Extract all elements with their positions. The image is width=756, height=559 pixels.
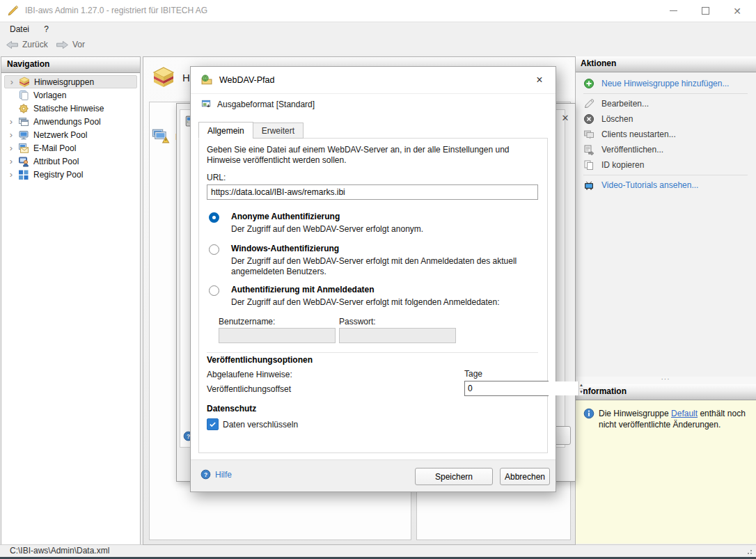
info-icon xyxy=(583,408,594,419)
nav-item-email-pool[interactable]: › E-Mail Pool xyxy=(4,141,137,155)
help-label: Hilfe xyxy=(215,470,232,480)
edit-icon xyxy=(583,98,594,109)
action-label: Clients neustarten... xyxy=(601,129,676,139)
email-pool-icon xyxy=(18,143,29,154)
panel-splitter[interactable]: ··· xyxy=(575,377,756,384)
static-notices-icon xyxy=(18,103,29,114)
minimize-button[interactable] xyxy=(657,0,689,22)
status-bar: C:\IBI-aws\Admin\Data.xml xyxy=(0,544,756,557)
action-veroeffentlichen[interactable]: Veröffentlichen... xyxy=(575,142,756,157)
forward-label: Vor xyxy=(72,40,85,49)
tab-content-panel: Geben Sie eine Datei auf einem WebDAV-Se… xyxy=(198,138,548,453)
auth-option-windows: Windows-Authentifizierung Der Zugriff au… xyxy=(207,244,542,277)
nav-toolbar: Zurück Vor xyxy=(0,37,756,56)
nav-item-netzwerk-pool[interactable]: › Netzwerk Pool xyxy=(4,128,137,141)
action-loeschen[interactable]: Löschen xyxy=(575,111,756,127)
nav-item-label: Attribut Pool xyxy=(32,157,79,166)
navigation-panel: Navigation › Hinweisgruppen Vorlagen Sta… xyxy=(1,56,141,545)
notice-groups-icon xyxy=(19,77,30,88)
notice-groups-icon xyxy=(152,66,175,88)
help-link[interactable]: ? Hilfe xyxy=(200,469,232,480)
auth-option-credentials: Authentifizierung mit Anmeldedaten Der Z… xyxy=(207,285,542,308)
tab-erweitert[interactable]: Erweitert xyxy=(253,123,304,139)
action-bearbeiten[interactable]: Bearbeiten... xyxy=(575,96,756,111)
dialog-intro-text: Geben Sie eine Datei auf einem WebDAV-Se… xyxy=(207,145,540,166)
information-header: Information xyxy=(575,384,756,400)
chevron-right-icon[interactable]: › xyxy=(7,118,15,126)
spin-up-icon[interactable]: ▲ xyxy=(579,381,583,389)
spin-down-icon[interactable]: ▼ xyxy=(579,389,583,396)
tab-allgemein[interactable]: Allgemein xyxy=(198,122,253,139)
add-notice-group-label: Neue Hinweisgruppe hinzufügen... xyxy=(601,79,729,88)
chevron-right-icon[interactable]: › xyxy=(7,171,15,179)
cancel-button[interactable]: Abbrechen xyxy=(500,468,550,485)
menu-help[interactable]: ? xyxy=(38,22,55,36)
radio-windows-auth[interactable] xyxy=(209,244,219,255)
username-field[interactable] xyxy=(219,328,336,343)
video-tutorials-label: Video-Tutorials ansehen... xyxy=(601,180,698,190)
days-label: Tage xyxy=(464,369,482,379)
help-icon: ? xyxy=(200,469,211,480)
default-group-link[interactable]: Default xyxy=(671,409,698,418)
maximize-button[interactable] xyxy=(689,0,721,22)
action-id-kopieren[interactable]: ID kopieren xyxy=(575,157,756,173)
nav-item-label: Netzwerk Pool xyxy=(32,130,87,140)
password-field[interactable] xyxy=(339,328,456,343)
nav-item-anwendungs-pool[interactable]: › Anwendungs Pool xyxy=(4,115,137,128)
actions-header: Aktionen xyxy=(575,56,756,72)
nav-item-registry-pool[interactable]: › Registry Pool xyxy=(4,168,137,181)
app-logo-icon xyxy=(7,5,19,17)
chevron-right-icon[interactable]: › xyxy=(8,78,16,86)
action-label: Veröffentlichen... xyxy=(601,145,663,155)
publish-offset-input[interactable] xyxy=(465,381,578,395)
action-clients-neustarten[interactable]: Clients neustarten... xyxy=(575,127,756,142)
auth-option-label: Windows-Authentifizierung xyxy=(231,244,542,253)
dialog-close-button[interactable]: × xyxy=(530,72,549,88)
nav-item-attribut-pool[interactable]: › Attribut Pool xyxy=(4,155,137,168)
radio-anonymous-auth[interactable] xyxy=(209,212,219,223)
output-format-row: Ausgabeformat [Standard] xyxy=(201,99,315,109)
delete-icon xyxy=(583,113,594,125)
menu-bar: Datei ? xyxy=(0,22,756,37)
forward-button[interactable]: Vor xyxy=(56,40,85,49)
nav-item-label: Hinweisgruppen xyxy=(33,77,94,87)
templates-icon xyxy=(18,90,29,101)
close-button[interactable]: ✕ xyxy=(721,0,753,22)
chevron-right-icon[interactable]: › xyxy=(7,144,15,152)
video-tutorials-link[interactable]: Video-Tutorials ansehen... xyxy=(575,178,756,193)
publish-icon xyxy=(583,144,594,155)
encrypt-label: Daten verschlüsseln xyxy=(223,420,298,430)
auth-option-description: Der Zugriff auf den WebDAV-Server erfolg… xyxy=(231,224,537,235)
webdav-folder-icon xyxy=(200,74,213,86)
back-button[interactable]: Zurück xyxy=(6,40,48,49)
chevron-right-icon[interactable]: › xyxy=(7,157,15,166)
menu-file[interactable]: Datei xyxy=(3,22,36,36)
save-button[interactable]: Speichern xyxy=(415,468,493,485)
add-notice-group-link[interactable]: Neue Hinweisgruppe hinzufügen... xyxy=(575,72,756,91)
arrow-right-icon xyxy=(56,40,69,49)
close-icon: ✕ xyxy=(733,6,741,17)
svg-text:?: ? xyxy=(204,471,207,478)
radio-credentials-auth[interactable] xyxy=(209,285,219,296)
privacy-header: Datenschutz xyxy=(207,404,256,414)
encrypt-checkbox[interactable] xyxy=(207,418,219,430)
actions-divider xyxy=(583,93,748,94)
info-text-before: Die Hinweisgruppe xyxy=(599,409,671,418)
publish-offset-stepper: ▲ ▼ xyxy=(464,381,549,396)
application-pool-icon xyxy=(18,116,29,127)
publish-options-header: Veröffentlichungsoptionen xyxy=(207,355,313,365)
navigation-tree: › Hinweisgruppen Vorlagen Statische Hinw… xyxy=(1,73,140,181)
auth-option-label: Authentifizierung mit Anmeldedaten xyxy=(231,285,542,294)
nav-item-statische-hinweise[interactable]: Statische Hinweise xyxy=(4,102,137,115)
add-icon xyxy=(583,78,594,89)
close-icon[interactable]: ✕ xyxy=(559,113,572,123)
url-input[interactable] xyxy=(207,184,538,200)
username-label: Benutzername: xyxy=(219,317,275,326)
chevron-right-icon[interactable]: › xyxy=(7,131,15,139)
nav-item-label: Anwendungs Pool xyxy=(32,117,101,127)
action-label: Bearbeiten... xyxy=(601,99,649,109)
attribute-pool-icon xyxy=(18,156,29,167)
nav-item-hinweisgruppen[interactable]: › Hinweisgruppen xyxy=(4,75,137,88)
resize-grip-icon[interactable] xyxy=(747,548,754,555)
nav-item-vorlagen[interactable]: Vorlagen xyxy=(4,88,137,102)
